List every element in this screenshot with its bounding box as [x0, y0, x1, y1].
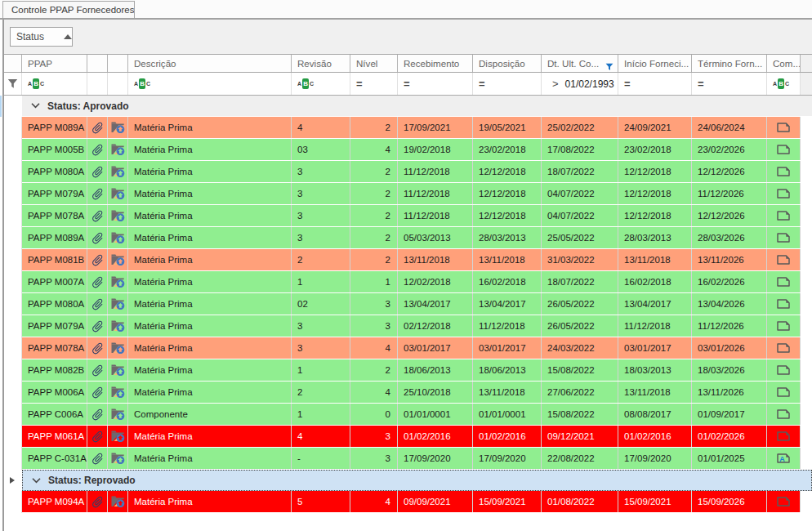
cell-recebimento[interactable]: 03/01/2017: [398, 337, 473, 359]
collapse-chevron-icon[interactable]: [32, 478, 41, 484]
cell-disposicao[interactable]: 12/12/2018: [473, 161, 542, 182]
folder-upload-icon[interactable]: [110, 143, 125, 156]
cell-revisao[interactable]: 2: [292, 249, 350, 270]
column-header-recebimento[interactable]: Recebimento: [398, 55, 473, 72]
cell-revisao[interactable]: 1: [292, 359, 350, 381]
cell-revisao[interactable]: 03: [292, 139, 350, 160]
paperclip-icon[interactable]: [91, 452, 105, 466]
cell-disposicao[interactable]: 15/09/2021: [473, 491, 542, 512]
cell-ppap[interactable]: PAPP C-031A: [22, 448, 87, 469]
document-icon[interactable]: [777, 365, 790, 375]
cell-disposicao[interactable]: 11/12/2018: [473, 315, 542, 337]
folder-upload-icon[interactable]: [110, 364, 125, 377]
cell-disposicao[interactable]: 12/12/2018: [473, 205, 542, 226]
cell-termino[interactable]: 12/12/2026: [692, 205, 767, 226]
column-header-termino[interactable]: Término Forn...: [692, 55, 767, 72]
cell-ppap[interactable]: PAPP M079A: [22, 315, 87, 337]
cell-folder[interactable]: [108, 359, 128, 381]
date-filter-value[interactable]: 01/02/1993: [565, 78, 614, 90]
cell-revisao[interactable]: 4: [292, 426, 350, 447]
cell-termino[interactable]: 11/12/2026: [692, 315, 767, 337]
cell-folder[interactable]: [108, 139, 128, 160]
filter-cell-recebimento[interactable]: =: [398, 73, 473, 95]
cell-com[interactable]: [767, 139, 801, 160]
cell-recebimento[interactable]: 09/09/2021: [398, 491, 473, 512]
cell-nivel[interactable]: 4: [350, 382, 398, 403]
cell-com[interactable]: [767, 404, 801, 425]
paperclip-icon[interactable]: [91, 386, 105, 399]
table-row[interactable]: PAPP M094AMatéria Prima5409/09/202115/09…: [4, 491, 812, 513]
cell-disposicao[interactable]: 19/05/2021: [473, 117, 542, 138]
filter-cell-nivel[interactable]: =: [350, 73, 398, 95]
cell-termino[interactable]: 18/03/2026: [692, 359, 767, 381]
paperclip-icon[interactable]: [91, 231, 105, 245]
cell-dt_ult[interactable]: 24/03/2022: [542, 337, 618, 359]
cell-disposicao[interactable]: 17/09/2020: [473, 448, 542, 469]
cell-inicio[interactable]: 11/12/2018: [618, 315, 692, 337]
filter-cell-termino[interactable]: =: [692, 73, 767, 95]
cell-descricao[interactable]: Matéria Prima: [128, 249, 292, 270]
document-icon[interactable]: [777, 211, 790, 221]
cell-ppap[interactable]: PAPP M078A: [22, 337, 87, 359]
cell-inicio[interactable]: 17/09/2020: [618, 448, 692, 469]
group-row-content[interactable]: Status: Aprovado: [22, 96, 812, 116]
cell-nivel[interactable]: 3: [350, 426, 398, 447]
document-icon[interactable]: [777, 299, 790, 309]
cell-descricao[interactable]: Matéria Prima: [128, 337, 292, 359]
cell-folder[interactable]: [108, 205, 128, 226]
cell-dt_ult[interactable]: 31/03/2022: [542, 249, 618, 270]
cell-folder[interactable]: [108, 183, 128, 204]
document-text-icon[interactable]: A: [777, 453, 790, 463]
cell-descricao[interactable]: Matéria Prima: [128, 227, 292, 248]
folder-upload-icon[interactable]: [110, 495, 125, 508]
cell-termino[interactable]: 13/04/2026: [692, 293, 767, 315]
cell-com[interactable]: [767, 382, 801, 403]
table-row[interactable]: PAPP M061AMatéria Prima4301/02/201601/02…: [4, 426, 812, 448]
cell-nivel[interactable]: 2: [350, 249, 398, 270]
cell-dt_ult[interactable]: 15/08/2022: [542, 359, 618, 381]
cell-inicio[interactable]: 24/09/2021: [618, 117, 692, 138]
table-row[interactable]: PAPP M089AMatéria Prima3205/03/201328/03…: [4, 227, 812, 249]
filter-cell-inicio[interactable]: =: [618, 73, 692, 95]
column-header-revisao[interactable]: Revisão: [292, 55, 350, 72]
folder-upload-icon[interactable]: [110, 430, 125, 443]
cell-ppap[interactable]: PAPP M081B: [22, 249, 87, 270]
cell-ppap[interactable]: PAPP M007A: [22, 271, 87, 292]
cell-recebimento[interactable]: 13/11/2018: [398, 249, 473, 270]
paperclip-icon[interactable]: [91, 121, 105, 135]
document-icon[interactable]: [777, 167, 790, 176]
cell-inicio[interactable]: 13/11/2018: [618, 382, 692, 403]
folder-upload-icon[interactable]: [110, 275, 125, 288]
cell-termino[interactable]: 01/02/2026: [692, 426, 767, 447]
cell-recebimento[interactable]: 11/12/2018: [398, 161, 473, 182]
cell-inicio[interactable]: 23/02/2018: [618, 139, 692, 160]
cell-com[interactable]: [767, 315, 801, 337]
cell-nivel[interactable]: 2: [350, 359, 398, 381]
cell-ppap[interactable]: PAPP M061A: [22, 426, 87, 447]
cell-clip[interactable]: [87, 293, 108, 315]
paperclip-icon[interactable]: [91, 297, 105, 311]
cell-inicio[interactable]: 13/11/2018: [618, 249, 692, 270]
cell-folder[interactable]: [108, 293, 128, 315]
cell-dt_ult[interactable]: 15/08/2022: [542, 404, 618, 425]
cell-clip[interactable]: [87, 227, 108, 248]
column-header-folder[interactable]: [108, 55, 128, 72]
cell-com[interactable]: [767, 271, 801, 292]
cell-dt_ult[interactable]: 17/08/2022: [542, 139, 618, 160]
group-row[interactable]: Status: Reprovado: [4, 470, 812, 491]
cell-termino[interactable]: 24/06/2024: [692, 117, 767, 138]
cell-ppap[interactable]: PAPP M089A: [22, 227, 87, 248]
cell-descricao[interactable]: Componente: [128, 404, 292, 425]
cell-disposicao[interactable]: 01/02/2016: [473, 426, 542, 447]
filter-cell-com[interactable]: ABC: [767, 73, 801, 95]
folder-upload-icon[interactable]: [110, 253, 125, 266]
cell-ppap[interactable]: PAPP M078A: [22, 205, 87, 226]
cell-com[interactable]: [767, 117, 801, 138]
cell-clip[interactable]: [87, 117, 108, 138]
cell-descricao[interactable]: Matéria Prima: [128, 139, 292, 160]
cell-recebimento[interactable]: 02/12/2018: [398, 315, 473, 337]
cell-descricao[interactable]: Matéria Prima: [128, 117, 292, 138]
cell-clip[interactable]: [87, 315, 108, 337]
cell-dt_ult[interactable]: 09/12/2021: [542, 426, 618, 447]
cell-disposicao[interactable]: 03/01/2017: [473, 337, 542, 359]
